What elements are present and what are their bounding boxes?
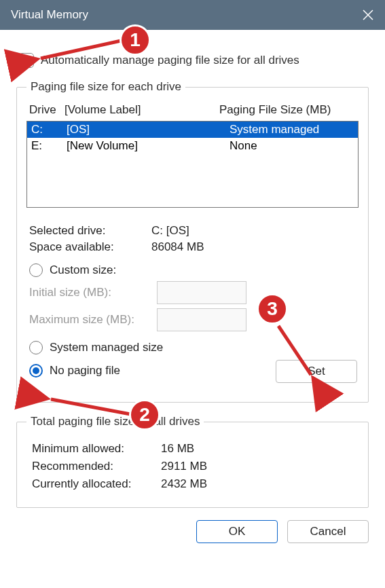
initial-size-input	[157, 281, 246, 304]
recommended-value: 2911 MB	[161, 460, 207, 473]
drive-group-legend: Paging file size for each drive	[26, 80, 185, 94]
min-allowed-value: 16 MB	[161, 442, 194, 456]
recommended-label: Recommended:	[32, 460, 161, 473]
drive-list[interactable]: C: [OS] System managed E: [New Volume] N…	[26, 121, 359, 208]
initial-size-label: Initial size (MB):	[29, 286, 157, 299]
window-title: Virtual Memory	[11, 8, 88, 22]
totals-legend: Total paging file size for all drives	[26, 415, 204, 428]
space-available-value: 86084 MB	[151, 240, 204, 254]
ok-button[interactable]: OK	[196, 520, 278, 543]
drive-headers: Drive [Volume Label] Paging File Size (M…	[29, 103, 359, 117]
maximum-size-input	[157, 308, 246, 331]
selected-drive-value: C: [OS]	[151, 224, 189, 238]
currently-allocated-label: Currently allocated:	[32, 477, 161, 491]
selected-drive-label: Selected drive:	[29, 224, 151, 238]
auto-manage-checkbox[interactable]	[19, 53, 34, 68]
close-icon[interactable]	[362, 9, 374, 21]
header-paging: Paging File Size (MB)	[219, 103, 359, 117]
titlebar: Virtual Memory	[0, 0, 385, 30]
totals-group: Total paging file size for all drives Mi…	[16, 415, 369, 508]
space-available-label: Space available:	[29, 240, 151, 254]
auto-manage-label: Automatically manage paging file size fo…	[41, 54, 299, 67]
drive-row[interactable]: E: [New Volume] None	[27, 138, 358, 154]
no-paging-label: No paging file	[50, 364, 120, 378]
system-managed-radio[interactable]	[29, 341, 43, 354]
drive-row[interactable]: C: [OS] System managed	[27, 122, 358, 138]
drive-paging: System managed	[230, 123, 354, 136]
system-managed-label: System managed size	[50, 341, 163, 354]
drive-paging: None	[230, 139, 354, 153]
drive-letter: C:	[31, 123, 67, 136]
cancel-button[interactable]: Cancel	[287, 520, 369, 543]
header-volume: [Volume Label]	[65, 103, 219, 117]
set-button[interactable]: Set	[276, 360, 357, 383]
min-allowed-label: Minimum allowed:	[32, 442, 161, 456]
drive-letter: E:	[31, 139, 67, 153]
header-drive: Drive	[29, 103, 65, 117]
no-paging-radio[interactable]	[29, 364, 43, 378]
drive-group: Paging file size for each drive Drive [V…	[16, 80, 369, 403]
maximum-size-label: Maximum size (MB):	[29, 313, 157, 327]
custom-size-label: Custom size:	[50, 263, 116, 277]
currently-allocated-value: 2432 MB	[161, 477, 207, 491]
drive-label: [New Volume]	[67, 139, 230, 153]
custom-size-radio[interactable]	[29, 263, 43, 277]
drive-label: [OS]	[67, 123, 230, 136]
